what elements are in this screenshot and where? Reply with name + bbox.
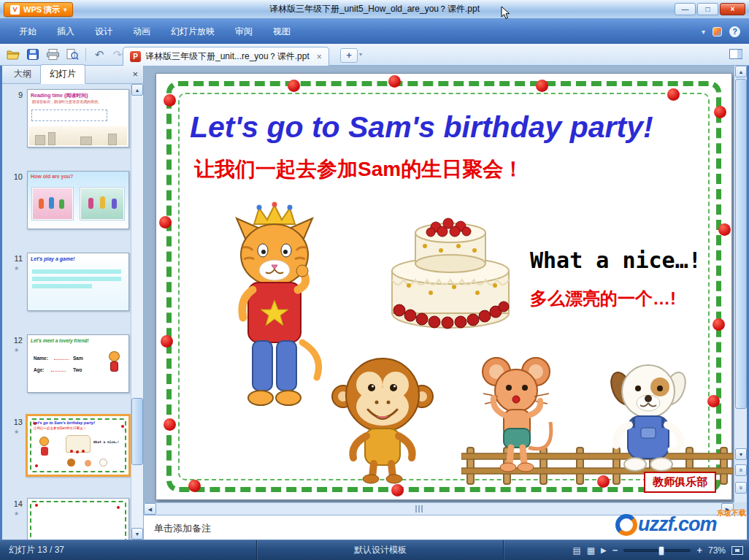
panel-close-icon[interactable]: × bbox=[132, 69, 138, 80]
new-tab-button[interactable]: + bbox=[340, 48, 358, 63]
splitter-grip[interactable] bbox=[415, 505, 423, 513]
thumb-dog-blob bbox=[99, 459, 107, 467]
slide-subtitle[interactable]: 让我们一起去参加Sam的生日聚会！ bbox=[194, 156, 523, 183]
menu-tab-review[interactable]: 审阅 bbox=[225, 22, 263, 42]
scroll-up-icon[interactable]: ▲ bbox=[735, 66, 747, 77]
save-button[interactable] bbox=[24, 46, 42, 63]
slide-thumbnail-selected[interactable]: Let's go to Sam's birthday party! 让我们一起去… bbox=[26, 414, 131, 477]
minimize-button[interactable]: — bbox=[675, 3, 696, 15]
zoom-in-button[interactable]: + bbox=[696, 545, 702, 556]
slide-number: 9 bbox=[4, 91, 23, 99]
scroll-down-icon[interactable]: ▼ bbox=[735, 448, 747, 460]
document-tab-label: 译林版三年级下册_unit...re_you？课件.ppt bbox=[145, 50, 310, 63]
scroll-up-icon[interactable]: ▲ bbox=[131, 84, 143, 96]
next-slide-button[interactable]: » bbox=[735, 482, 747, 494]
zoom-slider[interactable] bbox=[623, 549, 691, 552]
watermark-tag: 东坡下载 bbox=[717, 508, 746, 518]
zoom-out-button[interactable]: − bbox=[612, 545, 618, 556]
fit-to-window-button[interactable] bbox=[731, 546, 743, 555]
teacher-club-stamp[interactable]: 教师俱乐部 bbox=[644, 472, 716, 493]
thumb-bead bbox=[70, 450, 73, 453]
document-tab[interactable]: P 译林版三年级下册_unit...re_you？课件.ppt × bbox=[123, 47, 329, 66]
quick-access-toolbar: ↶ ↷▾ P 译林版三年级下册_unit...re_you？课件.ppt × +… bbox=[0, 44, 749, 66]
thumb-red-dot bbox=[35, 504, 38, 507]
slide-thumbnail[interactable]: Let's play a game! bbox=[27, 253, 129, 311]
zoom-slider-thumb[interactable] bbox=[658, 546, 664, 556]
thumb-body: 朗读音标词，朗读时注意语音语调的模仿。 bbox=[32, 99, 124, 104]
animation-star-icon: ★ bbox=[14, 347, 19, 353]
vertical-scrollbar[interactable]: ▲ ▼ « » bbox=[734, 66, 747, 502]
red-dot bbox=[159, 216, 172, 229]
document-tab-close-icon[interactable]: × bbox=[314, 52, 322, 62]
slide-thumbnail[interactable]: Reading time (阅读时间) 朗读音标词，朗读时注意语音语调的模仿。 bbox=[27, 89, 129, 147]
thumb-highlight-line bbox=[32, 269, 121, 274]
slide-caption-chinese[interactable]: 多么漂亮的一个…! bbox=[530, 287, 676, 310]
slide-number: 10 bbox=[4, 172, 23, 181]
task-pane-toggle-button[interactable] bbox=[729, 49, 742, 62]
tab-slides[interactable]: 幻灯片 bbox=[40, 64, 85, 84]
mouse-image[interactable] bbox=[476, 345, 560, 480]
thumbnail-item-9[interactable]: 9 Reading time (阅读时间) 朗读音标词，朗读时注意语音语调的模仿… bbox=[2, 89, 131, 162]
menu-tab-view[interactable]: 视图 bbox=[263, 22, 301, 42]
menu-tab-animation[interactable]: 动画 bbox=[123, 22, 161, 42]
open-file-button[interactable] bbox=[4, 46, 22, 63]
slide-caption-english[interactable]: What a nice…! bbox=[530, 248, 702, 273]
scroll-left-icon[interactable]: ◀ bbox=[144, 503, 156, 515]
red-dot bbox=[164, 418, 176, 431]
design-template-label: 默认设计模板 bbox=[258, 540, 504, 560]
printer-icon bbox=[47, 49, 59, 60]
help-icon[interactable]: ? bbox=[729, 26, 740, 37]
birthday-cake-image[interactable] bbox=[366, 204, 534, 342]
thumbnail-item-10[interactable]: 10 How old are you? bbox=[2, 171, 131, 244]
menubar: 开始 插入 设计 动画 幻灯片放映 审阅 视图 ▾ ? bbox=[0, 19, 749, 44]
undo-button[interactable]: ↶ bbox=[91, 46, 108, 63]
slide-thumbnail[interactable]: Let's meet a lovely friend! Name: Sam Ag… bbox=[27, 334, 129, 393]
thumb-bead bbox=[82, 450, 85, 453]
uzzf-watermark: uzzf.com 东坡下载 bbox=[613, 509, 748, 541]
menu-tab-design[interactable]: 设计 bbox=[85, 22, 123, 42]
slide-thumbnail-list: 9 Reading time (阅读时间) 朗读音标词，朗读时注意语音语调的模仿… bbox=[2, 84, 131, 540]
new-tab-dropdown-icon[interactable]: ▾ bbox=[359, 51, 362, 58]
previous-slide-button[interactable]: « bbox=[735, 464, 747, 476]
tab-outline[interactable]: 大纲 bbox=[5, 65, 40, 83]
slide-sorter-view-button[interactable]: ▦ bbox=[587, 545, 595, 556]
uzzf-logo-icon bbox=[613, 512, 639, 538]
thumb-title: Let's go to Sam's birthday party! bbox=[33, 421, 95, 425]
normal-view-button[interactable]: ▤ bbox=[572, 545, 580, 556]
scrollbar-thumb[interactable] bbox=[735, 79, 747, 409]
menu-tab-home[interactable]: 开始 bbox=[9, 22, 47, 42]
ribbon-collapse-icon[interactable]: ▾ bbox=[702, 28, 705, 36]
maximize-button[interactable]: □ bbox=[697, 3, 718, 15]
menu-tab-insert[interactable]: 插入 bbox=[47, 22, 85, 42]
thumbnail-scrollbar[interactable]: ▲ ▼ bbox=[131, 84, 143, 540]
menu-tab-slideshow[interactable]: 幻灯片放映 bbox=[161, 22, 225, 42]
thumbnail-item-12[interactable]: 12 ★ Let's meet a lovely friend! Name: S… bbox=[2, 334, 131, 407]
monkey-image[interactable] bbox=[331, 338, 434, 484]
slide-thumbnail[interactable] bbox=[27, 498, 129, 540]
slideshow-button[interactable]: ▶ bbox=[601, 546, 607, 554]
skin-icon[interactable] bbox=[712, 27, 722, 37]
slide-thumbnail[interactable]: How old are you? bbox=[27, 171, 129, 229]
statusbar: 幻灯片 13 / 37 默认设计模板 ▤ ▦ ▶ − + 73% bbox=[0, 540, 749, 560]
print-button[interactable] bbox=[44, 46, 61, 63]
thumbnail-item-11[interactable]: 11 ★ Let's play a game! bbox=[2, 253, 131, 326]
slides-panel: 大纲 幻灯片 × 9 Reading time (阅读时间) 朗读音标词，朗读时… bbox=[2, 66, 144, 540]
print-preview-button[interactable] bbox=[64, 46, 81, 63]
slide-canvas: Let's go to Sam's birthday party! 让我们一起去… bbox=[144, 66, 734, 502]
thumb-highlight-line bbox=[32, 277, 121, 281]
red-dot bbox=[667, 88, 680, 101]
thumbnail-item-13[interactable]: 13 ★ Let's go to Sam's birthday party! 让… bbox=[2, 416, 131, 489]
scrollbar-thumb[interactable] bbox=[131, 398, 143, 465]
scroll-down-icon[interactable]: ▼ bbox=[131, 528, 143, 540]
dog-image[interactable] bbox=[596, 355, 702, 483]
thumb-age-label: Age: bbox=[34, 367, 44, 372]
slide-title[interactable]: Let's go to Sam's birthday party! bbox=[190, 110, 653, 145]
slide-page[interactable]: Let's go to Sam's birthday party! 让我们一起去… bbox=[155, 73, 732, 500]
wps-app-button[interactable]: V WPS 演示 ▾ bbox=[4, 2, 73, 17]
slide-counter: 幻灯片 13 / 37 bbox=[0, 540, 257, 560]
cat-image[interactable] bbox=[216, 199, 333, 418]
close-button[interactable]: × bbox=[720, 3, 745, 15]
titlebar[interactable]: V WPS 演示 ▾ 译林版三年级下册_unit5_How_old_are_yo… bbox=[0, 0, 749, 19]
thumb-title: Reading time (阅读时间) bbox=[31, 92, 88, 99]
thumbnail-item-14[interactable]: 14 ★ bbox=[2, 498, 131, 540]
